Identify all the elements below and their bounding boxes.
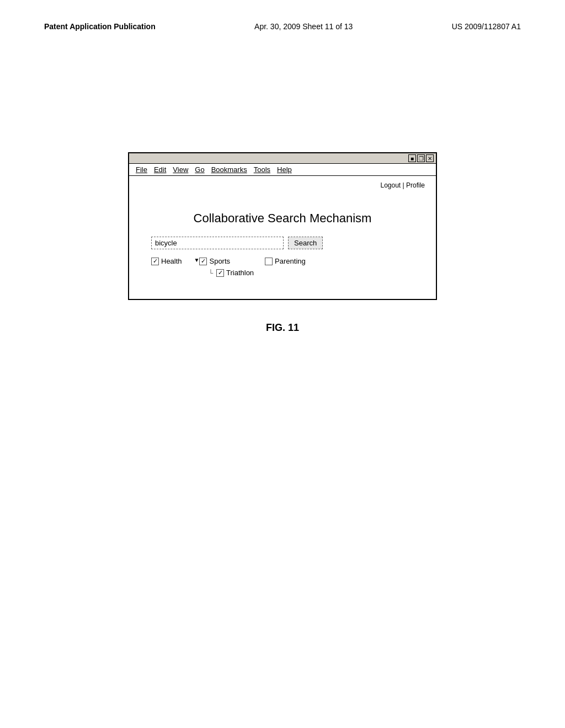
categories-area: Health ▼ Sports └ Triathlon bbox=[140, 257, 425, 277]
browser-window: ■ ❐ ✕ File Edit View Go Bookmarks Tools … bbox=[128, 152, 437, 300]
menu-go[interactable]: Go bbox=[193, 165, 206, 174]
patent-header: Patent Application Publication Apr. 30, … bbox=[0, 0, 565, 42]
menu-file[interactable]: File bbox=[134, 165, 150, 174]
top-right-links: Logout | Profile bbox=[140, 181, 425, 189]
title-bar: ■ ❐ ✕ bbox=[129, 153, 436, 164]
menu-view[interactable]: View bbox=[170, 165, 190, 174]
menu-bar: File Edit View Go Bookmarks Tools Help bbox=[129, 164, 436, 176]
sports-group: Sports └ Triathlon bbox=[199, 257, 254, 277]
logout-link[interactable]: Logout bbox=[380, 181, 401, 189]
categories-row: Health ▼ Sports └ Triathlon bbox=[151, 257, 425, 277]
health-label: Health bbox=[161, 257, 182, 265]
triathlon-label: Triathlon bbox=[226, 269, 254, 277]
expand-arrow[interactable]: ▼ bbox=[194, 257, 200, 263]
patent-center-text: Apr. 30, 2009 Sheet 11 of 13 bbox=[254, 22, 353, 31]
menu-help[interactable]: Help bbox=[275, 165, 294, 174]
profile-link[interactable]: Profile bbox=[406, 181, 425, 189]
maximize-button[interactable]: ❐ bbox=[417, 154, 425, 162]
main-content: ■ ❐ ✕ File Edit View Go Bookmarks Tools … bbox=[0, 42, 565, 334]
sports-label: Sports bbox=[209, 257, 230, 265]
parenting-category: Parenting bbox=[265, 257, 306, 265]
search-row: Search bbox=[140, 237, 425, 249]
menu-tools[interactable]: Tools bbox=[252, 165, 273, 174]
fig-label: FIG. 11 bbox=[266, 322, 299, 334]
tree-line-icon: └ bbox=[208, 269, 213, 277]
health-category: Health bbox=[151, 257, 182, 265]
parenting-checkbox[interactable] bbox=[265, 258, 273, 265]
patent-right-text: US 2009/112807 A1 bbox=[452, 22, 521, 31]
sports-top-row: Sports bbox=[199, 257, 254, 265]
parenting-label: Parenting bbox=[275, 257, 306, 265]
minimize-button[interactable]: ■ bbox=[408, 154, 416, 162]
patent-left-text: Patent Application Publication bbox=[44, 22, 156, 31]
app-title: Collaborative Search Mechanism bbox=[140, 211, 425, 226]
search-button[interactable]: Search bbox=[288, 237, 323, 249]
menu-edit[interactable]: Edit bbox=[152, 165, 168, 174]
triathlon-row: └ Triathlon bbox=[208, 269, 254, 277]
browser-content: Logout | Profile Collaborative Search Me… bbox=[129, 176, 436, 299]
sports-checkbox[interactable] bbox=[199, 258, 207, 265]
menu-bookmarks[interactable]: Bookmarks bbox=[209, 165, 249, 174]
triathlon-checkbox[interactable] bbox=[216, 269, 224, 277]
health-checkbox[interactable] bbox=[151, 258, 159, 265]
close-button[interactable]: ✕ bbox=[426, 154, 434, 162]
window-controls: ■ ❐ ✕ bbox=[408, 154, 434, 162]
search-input[interactable] bbox=[151, 237, 284, 249]
